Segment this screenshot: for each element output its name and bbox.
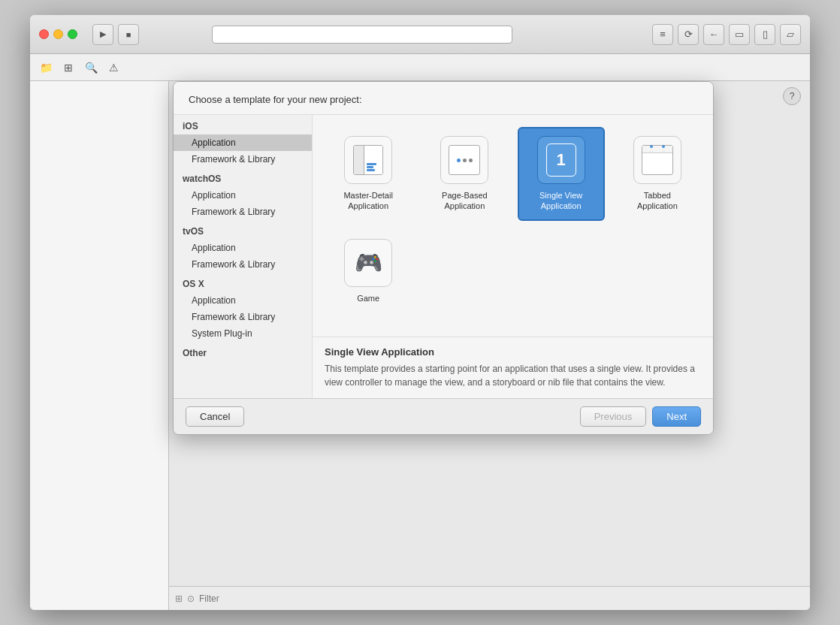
template-grid-area: Master-DetailApplication: [313, 115, 713, 337]
nav-buttons: Previous Next: [580, 406, 701, 427]
dialog-sidebar: iOS Application Framework & Library watc…: [174, 115, 313, 398]
sidebar-item-osx-application[interactable]: Application: [174, 292, 312, 309]
toolbar: 📁 ⊞ 🔍 ⚠: [30, 54, 810, 81]
traffic-lights: [39, 29, 77, 39]
template-page-based[interactable]: Page-BasedApplication: [421, 127, 508, 221]
template-grid: Master-DetailApplication: [325, 127, 701, 312]
sidebar-item-ios-application[interactable]: Application: [174, 134, 312, 151]
previous-button[interactable]: Previous: [580, 406, 647, 427]
refresh-button[interactable]: ⟳: [678, 24, 699, 45]
sidebar-section-watchos: watchOS: [174, 168, 312, 187]
play-icon: ▶: [100, 29, 106, 39]
template-game-icon: 🎮: [344, 239, 392, 287]
help-icon: ?: [790, 91, 795, 101]
sidebar-item-osx-framework[interactable]: Framework & Library: [174, 309, 312, 325]
folder-icon[interactable]: 📁: [38, 59, 54, 76]
template-single-view-label: Single ViewApplication: [539, 190, 582, 212]
titlebar-right-buttons: ≡ ⟳ ← ▭ ▯ ▱: [652, 24, 801, 45]
template-single-view[interactable]: 1 Single ViewApplication: [518, 127, 605, 221]
next-button[interactable]: Next: [652, 406, 701, 427]
minimize-button[interactable]: [53, 29, 63, 39]
template-tabbed-icon: ··· ···: [633, 136, 681, 184]
sidebar-section-tvos: tvOS: [174, 220, 312, 240]
version-editor-button[interactable]: ▱: [780, 24, 801, 45]
stop-button[interactable]: ■: [118, 24, 139, 45]
sidebar-item-watchos-framework[interactable]: Framework & Library: [174, 204, 312, 220]
titlebar-controls: ▶ ■: [92, 24, 139, 45]
description-area: Single View Application This template pr…: [313, 337, 713, 398]
maximize-button[interactable]: [68, 29, 77, 39]
back-button[interactable]: ←: [703, 24, 724, 45]
filter-bar: ⊞ ⊙: [169, 586, 810, 610]
dialog-footer: Cancel Previous Next: [174, 398, 713, 434]
filter-input[interactable]: [199, 593, 804, 604]
sidebar-item-osx-plugin[interactable]: System Plug-in: [174, 325, 312, 342]
sidebar-item-tvos-framework[interactable]: Framework & Library: [174, 256, 312, 273]
sidebar-section-ios: iOS: [174, 115, 312, 134]
template-page-based-label: Page-BasedApplication: [442, 190, 488, 212]
description-text: This template provides a starting point …: [325, 362, 701, 389]
dialog-header: Choose a template for your new project:: [174, 82, 713, 115]
standard-editor-button[interactable]: ▭: [729, 24, 750, 45]
help-button[interactable]: ?: [783, 87, 801, 105]
sidebar-section-osx: OS X: [174, 273, 312, 292]
sidebar-item-watchos-application[interactable]: Application: [174, 187, 312, 204]
description-title: Single View Application: [325, 346, 701, 358]
template-tabbed[interactable]: ··· ···: [614, 127, 701, 221]
sidebar-section-other: Other: [174, 342, 312, 361]
align-left-button[interactable]: ≡: [652, 24, 673, 45]
template-master-detail-label: Master-DetailApplication: [343, 190, 392, 212]
new-project-dialog: Choose a template for your new project: …: [173, 81, 714, 435]
template-single-view-icon: 1: [537, 136, 585, 184]
assistant-editor-button[interactable]: ▯: [754, 24, 775, 45]
close-button[interactable]: [39, 29, 49, 39]
search-icon[interactable]: 🔍: [83, 59, 99, 76]
template-tabbed-label: TabbedApplication: [637, 190, 678, 212]
template-page-based-icon: [440, 136, 488, 184]
titlebar: ▶ ■ ≡ ⟳ ← ▭ ▯ ▱: [30, 15, 810, 54]
grid-small-icon[interactable]: ⊞: [175, 593, 183, 604]
titlebar-search[interactable]: [212, 26, 512, 44]
template-master-detail[interactable]: Master-DetailApplication: [325, 127, 412, 221]
template-master-detail-icon: [344, 136, 392, 184]
template-game-label: Game: [357, 293, 379, 303]
dialog-body: iOS Application Framework & Library watc…: [174, 115, 713, 398]
cancel-button[interactable]: Cancel: [186, 406, 244, 427]
filter-toggle-icon[interactable]: ⊙: [187, 593, 195, 604]
play-button[interactable]: ▶: [92, 24, 113, 45]
grid-icon[interactable]: ⊞: [60, 59, 77, 76]
sidebar-item-ios-framework[interactable]: Framework & Library: [174, 151, 312, 168]
dialog-title: Choose a template for your new project:: [189, 94, 698, 105]
sidebar-item-tvos-application[interactable]: Application: [174, 240, 312, 256]
sidebar: [30, 81, 169, 610]
warning-icon[interactable]: ⚠: [105, 59, 122, 76]
stop-icon: ■: [126, 30, 131, 39]
main-window: ▶ ■ ≡ ⟳ ← ▭ ▯ ▱ 📁 ⊞ 🔍 ⚠ ?: [30, 15, 810, 610]
template-game[interactable]: 🎮 Game: [325, 230, 412, 312]
